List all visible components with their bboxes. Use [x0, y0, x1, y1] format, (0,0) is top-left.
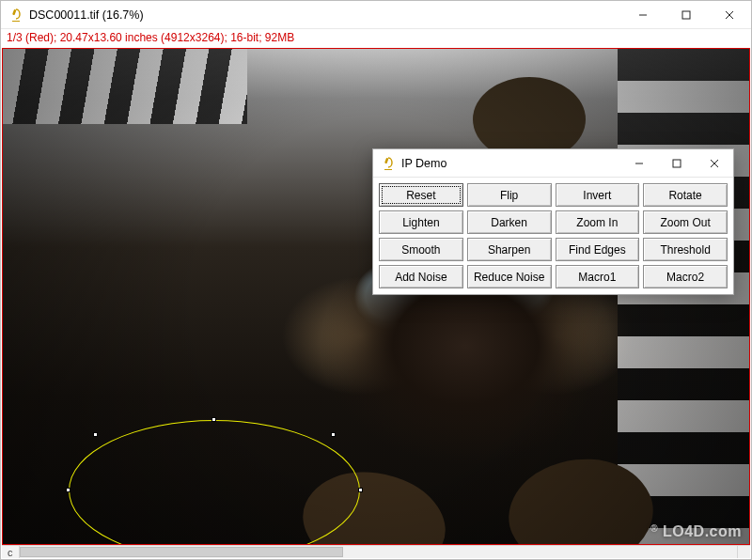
- ip-demo-window-controls: [620, 149, 733, 177]
- main-titlebar[interactable]: DSC00011.tif (16.7%): [1, 1, 751, 29]
- main-close-button[interactable]: [708, 1, 751, 28]
- status-channel: c: [2, 546, 20, 558]
- threshold-button[interactable]: Threshold: [643, 238, 728, 261]
- macro2-button[interactable]: Macro2: [643, 265, 728, 288]
- scrollbar-thumb[interactable]: [20, 547, 343, 557]
- selection-handle[interactable]: [331, 432, 336, 437]
- horizontal-scrollbar[interactable]: [20, 546, 739, 558]
- ip-demo-titlebar[interactable]: IP Demo: [373, 149, 733, 178]
- main-window-title: DSC00011.tif (16.7%): [29, 8, 621, 22]
- selection-handle[interactable]: [212, 417, 216, 422]
- image-canvas[interactable]: ® LO4D.com: [2, 48, 750, 545]
- svg-rect-3: [673, 160, 681, 167]
- ip-demo-close-button[interactable]: [696, 149, 733, 177]
- scrollbar-corner: [737, 545, 750, 558]
- reset-button[interactable]: Reset: [379, 183, 463, 207]
- lighten-button[interactable]: Lighten: [379, 210, 463, 234]
- ip-demo-button-grid: ResetFlipInvertRotateLightenDarkenZoom I…: [373, 178, 733, 294]
- rotate-button[interactable]: Rotate: [643, 183, 728, 207]
- microscope-icon: [8, 8, 24, 23]
- darken-button[interactable]: Darken: [467, 210, 552, 234]
- main-maximize-button[interactable]: [665, 1, 708, 28]
- add-noise-button[interactable]: Add Noise: [379, 265, 463, 288]
- svg-rect-1: [682, 11, 690, 19]
- microscope-icon: [381, 156, 396, 171]
- main-window-controls: [621, 1, 751, 28]
- ip-demo-title: IP Demo: [401, 157, 620, 170]
- ip-demo-maximize-button[interactable]: [658, 149, 696, 177]
- smooth-button[interactable]: Smooth: [379, 238, 463, 261]
- selection-handle[interactable]: [93, 432, 98, 437]
- macro1-button[interactable]: Macro1: [556, 265, 640, 288]
- zoom-out-button[interactable]: Zoom Out: [643, 210, 728, 234]
- ip-demo-minimize-button[interactable]: [620, 149, 658, 177]
- ip-demo-dialog[interactable]: IP Demo ResetFlipInvertRotateLightenDark…: [372, 148, 734, 295]
- bottom-statusbar: c: [2, 545, 738, 558]
- selection-handle[interactable]: [66, 488, 70, 492]
- main-minimize-button[interactable]: [621, 1, 665, 28]
- sharpen-button[interactable]: Sharpen: [467, 238, 552, 261]
- selection-handle[interactable]: [358, 488, 363, 492]
- svg-rect-2: [384, 157, 388, 163]
- flip-button[interactable]: Flip: [467, 183, 552, 207]
- svg-rect-0: [12, 8, 16, 14]
- reduce-noise-button[interactable]: Reduce Noise: [467, 265, 552, 288]
- find-edges-button[interactable]: Find Edges: [556, 238, 640, 261]
- image-info-status: 1/3 (Red); 20.47x13.60 inches (4912x3264…: [1, 29, 751, 47]
- invert-button[interactable]: Invert: [556, 183, 640, 207]
- zoom-in-button[interactable]: Zoom In: [556, 210, 640, 234]
- main-window: DSC00011.tif (16.7%) 1/3 (Red); 20.47x13…: [0, 0, 752, 560]
